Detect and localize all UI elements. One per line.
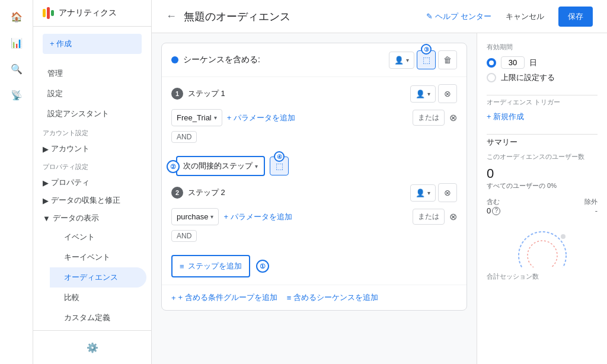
property-chevron: ▶ <box>43 178 49 187</box>
sidebar-item-compare[interactable]: 比較 <box>50 288 146 308</box>
step1-user-icon: 👤 <box>416 90 425 98</box>
new-trigger-button[interactable]: + 新規作成 <box>487 111 598 122</box>
sidebar-item-custom-def[interactable]: カスタム定義 <box>50 308 146 328</box>
validity-days-option: 30 日 <box>487 56 598 69</box>
step-2-filter-row: purchase ▾ + パラメータを追加 または ⊗ <box>171 208 457 225</box>
add-sequence-link[interactable]: ≡ 含めるシーケンスを追加 <box>287 292 379 303</box>
user-count: 0 <box>487 166 598 181</box>
list-icon: ≡ <box>287 293 292 302</box>
data-collect-label: データの収集と修正 <box>51 195 120 206</box>
validity-limit-label: 上限に設定する <box>501 72 555 83</box>
include-label: 含む <box>487 197 500 206</box>
search-icon[interactable]: 🔍 <box>5 57 28 81</box>
step-1-filter-row: Free_Trial ▾ + パラメータを追加 または ⊗ <box>171 109 457 126</box>
sidebar-item-events[interactable]: イベント <box>50 227 146 247</box>
validity-title: 有効期間 <box>487 43 598 52</box>
data-collect-chevron: ▶ <box>43 196 49 205</box>
help-link[interactable]: ✎ ヘルプ センター <box>426 11 491 22</box>
step-2-and-badge: AND <box>171 230 197 242</box>
sidebar-title: アナリティクス <box>59 8 117 18</box>
add-step-row: ≡ ステップを追加 ① <box>171 255 457 277</box>
sequence-actions: 👤 ▾ ⬚ ③ 🗑 <box>389 50 457 69</box>
topbar: ← 無題のオーディエンス ✎ ヘルプ センター キャンセル 保存 <box>152 0 607 33</box>
cancel-button[interactable]: キャンセル <box>499 7 551 27</box>
sidebar-item-key-events[interactable]: キーイベント <box>50 247 146 267</box>
sidebar-item-account[interactable]: ▶ アカウント <box>33 140 151 158</box>
step-2-header: 2 ステップ 2 👤 ▾ ⊗ <box>171 183 457 202</box>
topbar-actions: ✎ ヘルプ センター キャンセル 保存 <box>426 7 593 27</box>
step-2-number: 2 <box>171 187 183 199</box>
trigger-title: オーディエンス トリガー <box>487 98 598 107</box>
sidebar-item-admin[interactable]: 管理 <box>33 63 146 84</box>
account-label: アカウント <box>51 143 90 154</box>
validity-section: 有効期間 30 日 上限に設定する <box>487 43 598 83</box>
sequence-header: シーケンスを含める: 👤 ▾ ⬚ ③ 🗑 <box>162 43 467 77</box>
sidebar-item-audience[interactable]: オーディエンス <box>50 267 146 288</box>
step-1: 1 ステップ 1 👤 ▾ ⊗ <box>171 84 457 149</box>
validity-days-radio[interactable] <box>487 58 496 68</box>
sidebar-item-property[interactable]: ▶ プロパティ <box>33 174 151 191</box>
svg-point-0 <box>519 232 566 267</box>
sidebar-bottom-icons: ⚙️ <box>33 330 151 364</box>
user-icon: 👤 <box>394 56 404 65</box>
donut-chart-area: 含む 0 ? 除外 - <box>487 197 598 215</box>
property-label: プロパティ <box>51 177 90 188</box>
step-1-number: 1 <box>171 88 183 100</box>
step-1-event-dropdown[interactable]: Free_Trial ▾ <box>171 109 222 126</box>
add-condition-group-link[interactable]: + + 含める条件グループを追加 <box>171 292 277 303</box>
left-icon-bar: 🏠 📊 🔍 📡 <box>0 0 33 364</box>
add-step-button[interactable]: ≡ ステップを追加 <box>171 255 250 277</box>
step-2-remove-filter[interactable]: ⊗ <box>449 211 457 222</box>
annotation-4-btn[interactable]: ⬚ ④ <box>270 157 289 175</box>
indirect-step-dropdown[interactable]: 次の間接的ステップ ▾ <box>176 156 265 176</box>
svg-point-1 <box>528 241 557 267</box>
step-1-remove-filter[interactable]: ⊗ <box>449 112 457 123</box>
step-1-remove-btn[interactable]: ⊗ <box>438 84 457 103</box>
annotation-2: ② <box>167 160 180 173</box>
sidebar-item-settings[interactable]: 設定 <box>33 84 146 104</box>
summary-subtitle: このオーディエンスのユーザー数 <box>487 152 598 161</box>
property-section-label: プロパティ設定 <box>33 158 151 174</box>
step-2-actions: 👤 ▾ ⊗ <box>410 183 457 202</box>
plus-icon: + <box>171 293 176 302</box>
step-1-scope-dropdown[interactable]: 👤 ▾ <box>410 85 436 103</box>
step-2-add-param[interactable]: + パラメータを追加 <box>223 212 408 222</box>
sidebar-item-data-display[interactable]: ▼ データの表示 <box>33 209 151 227</box>
trigger-section: オーディエンス トリガー + 新規作成 <box>487 98 598 122</box>
validity-limit-option: 上限に設定する <box>487 72 598 83</box>
validity-limit-radio[interactable] <box>487 73 496 82</box>
back-button[interactable]: ← <box>166 10 177 23</box>
step-1-event-name: Free_Trial <box>177 113 212 122</box>
step-2-scope-dropdown[interactable]: 👤 ▾ <box>410 184 436 202</box>
step-2-event-dropdown[interactable]: purchase ▾ <box>171 208 219 225</box>
annotation-3: ③ <box>421 44 432 55</box>
step-1-actions: 👤 ▾ ⊗ <box>410 84 457 103</box>
main-panel: シーケンスを含める: 👤 ▾ ⬚ ③ 🗑 <box>152 33 477 364</box>
create-button[interactable]: + 作成 <box>43 34 142 54</box>
exclude-label: 除外 <box>584 197 598 206</box>
antenna-icon[interactable]: 📡 <box>5 83 28 107</box>
step-1-add-param[interactable]: + パラメータを追加 <box>227 113 408 123</box>
add-step-icon: ≡ <box>180 262 184 271</box>
delete-sequence-btn[interactable]: 🗑 <box>438 50 457 69</box>
annotation-3-btn[interactable]: ⬚ ③ <box>417 50 436 69</box>
user-scope-dropdown[interactable]: 👤 ▾ <box>389 52 414 69</box>
sidebar-item-setup-assistant[interactable]: 設定アシスタント <box>33 104 146 124</box>
sequence-dot <box>171 56 178 63</box>
step-1-title: ステップ 1 <box>188 88 405 99</box>
step2-user-icon: 👤 <box>416 189 425 197</box>
step-2-event-name: purchase <box>177 212 208 221</box>
step-1-and-badge: AND <box>171 131 197 143</box>
include-value: 0 ? <box>487 206 500 215</box>
save-button[interactable]: 保存 <box>558 7 593 27</box>
home-icon[interactable]: 🏠 <box>5 5 28 28</box>
step-2-remove-btn[interactable]: ⊗ <box>438 183 457 202</box>
settings-icon[interactable]: ⚙️ <box>81 336 104 359</box>
account-chevron: ▶ <box>43 145 49 154</box>
trash-icon: 🗑 <box>443 55 452 65</box>
sidebar-nav: 管理 設定 設定アシスタント アカウント設定 ▶ アカウント プロパティ設定 ▶… <box>33 61 151 330</box>
validity-days-input[interactable]: 30 <box>501 56 525 69</box>
chart-icon[interactable]: 📊 <box>5 31 28 55</box>
sequence-icon: ⬚ <box>423 55 430 65</box>
sidebar-item-data-collect[interactable]: ▶ データの収集と修正 <box>33 191 151 209</box>
